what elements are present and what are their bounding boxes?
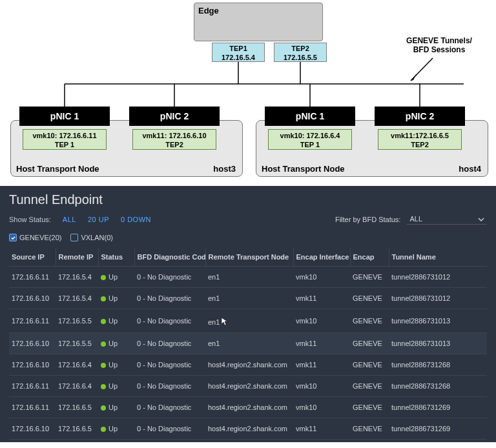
- table-row[interactable]: 172.16.6.11172.16.5.5Up0 - No Diagnostic…: [9, 309, 487, 333]
- checkbox-vxlan[interactable]: VXLAN(0): [70, 234, 113, 241]
- tep2-label: TEP2: [291, 45, 309, 52]
- cell-encap: GENEVE: [350, 397, 389, 418]
- cell-source-ip: 172.16.6.11: [9, 376, 56, 397]
- col-encap-if[interactable]: Encap Interface: [293, 248, 350, 267]
- tunnel-table: Source IP Remote IP Status BFD Diagnosti…: [9, 248, 487, 440]
- svg-marker-8: [411, 74, 418, 81]
- cell-remote-node: host4.region2.shank.com: [205, 354, 293, 376]
- cell-encap-if: vmk10: [293, 376, 350, 397]
- cell-bfd: 0 - No Diagnostic: [134, 397, 205, 418]
- cell-encap-if: vmk11: [293, 288, 350, 309]
- cell-remote-ip: 172.16.6.5: [56, 397, 98, 418]
- checkbox-geneve[interactable]: GENEVE(20): [9, 234, 61, 241]
- cell-encap: GENEVE: [350, 354, 389, 376]
- cell-tunnel-name: tunnel2886731013: [389, 333, 487, 354]
- edge-tep2-box: TEP2 172.16.5.5: [274, 43, 327, 62]
- tep1-ip: 172.16.5.4: [222, 54, 255, 61]
- table-row[interactable]: 172.16.6.10172.16.5.4Up0 - No Diagnostic…: [9, 288, 487, 309]
- tep2-ip: 172.16.5.5: [284, 54, 317, 61]
- status-up-icon: [101, 363, 106, 368]
- cell-bfd: 0 - No Diagnostic: [134, 376, 205, 397]
- col-encap[interactable]: Encap: [350, 248, 389, 267]
- cell-tunnel-name: tunnel2886731268: [389, 354, 487, 376]
- check-icon: [9, 234, 17, 241]
- edge-node-box: Edge: [194, 3, 323, 41]
- table-row[interactable]: 172.16.6.11172.16.6.4Up0 - No Diagnostic…: [9, 376, 487, 397]
- cell-source-ip: 172.16.6.10: [9, 354, 56, 376]
- status-up-icon: [101, 296, 106, 301]
- cell-status: Up: [98, 309, 134, 333]
- cell-remote-node: host4.region2.shank.com: [205, 418, 293, 440]
- status-up-icon: [101, 275, 106, 280]
- cell-tunnel-name: tunnel2886731012: [389, 288, 487, 309]
- status-link-down[interactable]: 0 DOWN: [121, 216, 151, 223]
- cell-bfd: 0 - No Diagnostic: [134, 333, 205, 354]
- host3-title: Host Transport Node: [16, 164, 99, 174]
- svg-line-7: [411, 58, 433, 81]
- cell-encap: GENEVE: [350, 267, 389, 288]
- cell-remote-ip: 172.16.6.4: [56, 354, 98, 376]
- host4-pnic2: pNIC 2: [375, 107, 465, 126]
- host4-pnic1: pNIC 1: [265, 107, 355, 126]
- host3-name: host3: [213, 164, 236, 174]
- status-up-icon: [101, 319, 106, 324]
- cell-bfd: 0 - No Diagnostic: [134, 309, 205, 333]
- status-link-all[interactable]: ALL: [63, 216, 76, 223]
- topology-diagram: Edge TEP1 172.16.5.4 TEP2 172.16.5.5 GEN…: [0, 0, 496, 186]
- tep1-label: TEP1: [229, 45, 247, 52]
- cell-status: Up: [98, 267, 134, 288]
- col-remote-ip[interactable]: Remote IP: [56, 248, 98, 267]
- cell-remote-node: en1: [205, 309, 293, 333]
- host3-vmk11: vmk11: 172.16.6.10 TEP2: [132, 129, 216, 150]
- table-row[interactable]: 172.16.6.11172.16.5.4Up0 - No Diagnostic…: [9, 267, 487, 288]
- cell-tunnel-name: tunnel2886731012: [389, 267, 487, 288]
- panel-title: Tunnel Endpoint: [9, 192, 487, 207]
- host4-vmk10: vmk10: 172.16.6.4 TEP 1: [268, 129, 352, 150]
- edge-label: Edge: [198, 6, 219, 15]
- cell-bfd: 0 - No Diagnostic: [134, 354, 205, 376]
- table-header-row: Source IP Remote IP Status BFD Diagnosti…: [9, 248, 487, 267]
- status-up-icon: [101, 341, 106, 347]
- cell-remote-node: host4.region2.shank.com: [205, 376, 293, 397]
- table-row[interactable]: 172.16.6.10172.16.5.5Up0 - No Diagnostic…: [9, 333, 487, 354]
- status-link-up[interactable]: 20 UP: [88, 216, 109, 223]
- status-up-icon: [101, 427, 106, 432]
- cell-bfd: 0 - No Diagnostic: [134, 288, 205, 309]
- cell-encap: GENEVE: [350, 333, 389, 354]
- cell-remote-ip: 172.16.6.5: [56, 418, 98, 440]
- col-remote-node[interactable]: Remote Transport Node: [205, 248, 293, 267]
- host3-vmk10: vmk10: 172.16.6.11 TEP 1: [23, 129, 107, 150]
- cell-source-ip: 172.16.6.11: [9, 397, 56, 418]
- cell-remote-node: en1: [205, 333, 293, 354]
- host4-name: host4: [459, 164, 481, 174]
- cell-encap-if: vmk11: [293, 418, 350, 440]
- col-tunnel-name[interactable]: Tunnel Name: [389, 248, 487, 267]
- bfd-filter-label: Filter by BFD Status:: [335, 216, 400, 223]
- cell-remote-ip: 172.16.5.5: [56, 309, 98, 333]
- status-filter-row: Show Status: ALL 20 UP 0 DOWN Filter by …: [9, 214, 487, 225]
- cell-status: Up: [98, 418, 134, 440]
- status-up-icon: [101, 405, 106, 411]
- col-bfd-diag[interactable]: BFD Diagnostic Code: [134, 248, 205, 267]
- table-row[interactable]: 172.16.6.10172.16.6.4Up0 - No Diagnostic…: [9, 354, 487, 376]
- table-row[interactable]: 172.16.6.11172.16.6.5Up0 - No Diagnostic…: [9, 397, 487, 418]
- col-source-ip[interactable]: Source IP: [9, 248, 56, 267]
- cell-remote-node: en1: [205, 267, 293, 288]
- tunnel-endpoint-panel: Tunnel Endpoint Show Status: ALL 20 UP 0…: [0, 186, 496, 442]
- cell-remote-ip: 172.16.5.4: [56, 288, 98, 309]
- host3-pnic2: pNIC 2: [129, 107, 220, 126]
- col-status[interactable]: Status: [98, 248, 134, 267]
- cell-status: Up: [98, 333, 134, 354]
- host4-vmk11: vmk11:172.16.6.5 TEP2: [378, 129, 462, 150]
- table-row[interactable]: 172.16.6.10172.16.6.5Up0 - No Diagnostic…: [9, 418, 487, 440]
- bfd-filter-select[interactable]: ALL: [407, 214, 487, 225]
- cell-tunnel-name: tunnel2886731269: [389, 418, 487, 440]
- cell-status: Up: [98, 354, 134, 376]
- cell-encap-if: vmk10: [293, 309, 350, 333]
- cell-tunnel-name: tunnel2886731268: [389, 376, 487, 397]
- cell-status: Up: [98, 376, 134, 397]
- cell-bfd: 0 - No Diagnostic: [134, 267, 205, 288]
- encap-filter-row: GENEVE(20) VXLAN(0): [9, 234, 487, 241]
- host3-pnic1: pNIC 1: [19, 107, 110, 126]
- cell-encap: GENEVE: [350, 288, 389, 309]
